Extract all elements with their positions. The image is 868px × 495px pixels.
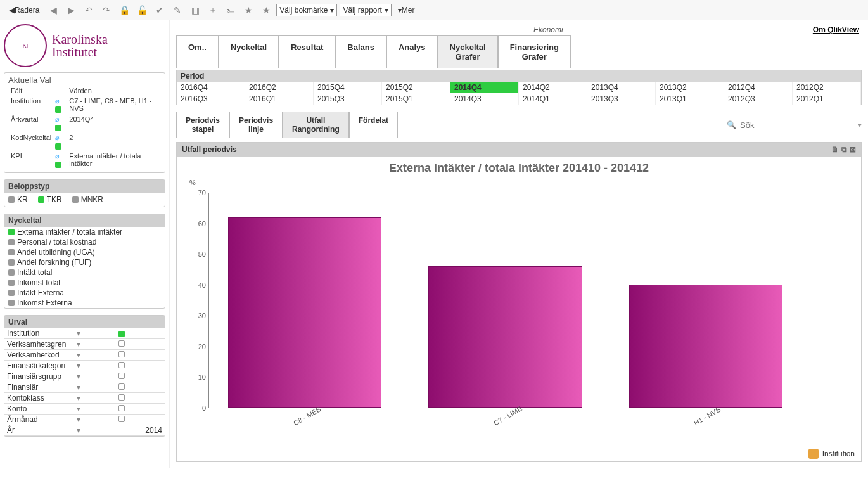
period-cell[interactable]: 2014Q4 bbox=[450, 82, 519, 93]
search-icon[interactable]: 🔍 bbox=[727, 120, 736, 129]
period-section: Period 2016Q42016Q22015Q42015Q22014Q4201… bbox=[176, 70, 862, 105]
beloppstyp-option[interactable]: TKR bbox=[38, 195, 62, 204]
tag-icon[interactable]: 🏷 bbox=[223, 3, 238, 18]
urval-row[interactable]: Institution▾ bbox=[4, 328, 165, 339]
chart-bar[interactable] bbox=[228, 217, 381, 408]
urval-checkbox[interactable] bbox=[80, 394, 162, 402]
period-cell[interactable]: 2013Q1 bbox=[656, 93, 724, 105]
nyckeltal-item[interactable]: Personal / total kostnad bbox=[4, 237, 165, 247]
period-cell[interactable]: 2012Q4 bbox=[724, 82, 793, 93]
urval-checkbox[interactable] bbox=[80, 404, 162, 413]
tab-nyckeltal-grafer[interactable]: NyckeltalGrafer bbox=[438, 35, 498, 68]
forward-icon[interactable]: ▶ bbox=[63, 3, 79, 18]
period-cell[interactable]: 2016Q1 bbox=[245, 93, 314, 105]
beloppstyp-option[interactable]: MNKR bbox=[72, 195, 103, 204]
chevron-down-icon[interactable]: ▾ bbox=[858, 120, 862, 129]
export-icon[interactable]: 🗎 bbox=[831, 145, 839, 154]
subtab[interactable]: Fördelat bbox=[349, 112, 398, 138]
nyckeltal-item[interactable]: Externa intäkter / totala intäkter bbox=[4, 227, 165, 237]
tab-nyckeltal[interactable]: Nyckeltal bbox=[219, 35, 279, 68]
urval-value: 2014 bbox=[80, 426, 162, 435]
unlock-icon[interactable]: 🔓 bbox=[134, 3, 150, 18]
om-qlikview-link[interactable]: Om QlikView bbox=[813, 25, 859, 34]
clear-icon[interactable]: ⌀ bbox=[55, 134, 60, 141]
nyckeltal-item[interactable]: Inkomst Externa bbox=[4, 298, 165, 308]
subtab[interactable]: UtfallRangordning bbox=[283, 112, 349, 138]
clear-icon[interactable]: ⌀ bbox=[55, 115, 60, 123]
urval-row[interactable]: Årmånad▾ bbox=[4, 415, 165, 425]
search-input[interactable] bbox=[740, 120, 854, 130]
urval-row[interactable]: Finansiärkategori▾ bbox=[4, 361, 165, 371]
urval-checkbox[interactable] bbox=[80, 383, 162, 392]
urval-row[interactable]: Konto▾ bbox=[4, 404, 165, 415]
urval-checkbox[interactable] bbox=[80, 372, 162, 381]
period-cell[interactable]: 2012Q1 bbox=[793, 93, 861, 105]
bookmark-select[interactable]: Välj bokmärke ▾ bbox=[276, 4, 337, 16]
tab-om-[interactable]: Om.. bbox=[176, 35, 219, 68]
period-cell[interactable]: 2014Q2 bbox=[519, 82, 587, 93]
radera-button[interactable]: ◀ Radera bbox=[5, 3, 43, 18]
period-cell[interactable]: 2013Q4 bbox=[587, 82, 656, 93]
tab-analys[interactable]: Analys bbox=[386, 35, 438, 68]
chart-icon[interactable]: ▥ bbox=[188, 3, 203, 18]
clear-icon[interactable]: ⌀ bbox=[55, 97, 60, 105]
period-cell[interactable]: 2015Q2 bbox=[382, 82, 450, 93]
period-cell[interactable]: 2016Q2 bbox=[245, 82, 314, 93]
nyckeltal-item[interactable]: Andel forskning (FUF) bbox=[4, 257, 165, 267]
urval-checkbox[interactable] bbox=[80, 350, 162, 359]
urval-row[interactable]: Verksamhetsgren▾ bbox=[4, 339, 165, 350]
urval-row[interactable]: Finansiär▾ bbox=[4, 382, 165, 393]
tab-resultat[interactable]: Resultat bbox=[279, 35, 335, 68]
urval-checkbox[interactable] bbox=[80, 415, 162, 424]
period-cell[interactable]: 2013Q3 bbox=[587, 93, 656, 105]
period-cell[interactable]: 2015Q1 bbox=[382, 93, 450, 105]
report-select[interactable]: Välj rapport ▾ bbox=[340, 4, 391, 16]
period-cell[interactable]: 2014Q3 bbox=[450, 93, 519, 105]
chart-bar[interactable] bbox=[428, 266, 582, 408]
close-icon[interactable]: ⊠ bbox=[850, 145, 856, 154]
urval-row[interactable]: Finansiärsgrupp▾ bbox=[4, 371, 165, 382]
period-cell[interactable]: 2015Q3 bbox=[314, 93, 382, 105]
period-cell[interactable]: 2012Q2 bbox=[793, 82, 861, 93]
check-icon[interactable]: ✔ bbox=[152, 3, 167, 18]
beloppstyp-option[interactable]: KR bbox=[8, 195, 28, 204]
urval-label: Finansiär bbox=[7, 383, 77, 392]
undo-icon[interactable]: ↶ bbox=[81, 3, 96, 18]
lock-icon[interactable]: 🔒 bbox=[117, 3, 132, 18]
nyckeltal-item[interactable]: Intäkt total bbox=[4, 267, 165, 278]
period-cell[interactable]: 2012Q3 bbox=[724, 93, 793, 105]
period-cell[interactable]: 2014Q1 bbox=[519, 93, 587, 105]
urval-checkbox[interactable] bbox=[80, 361, 162, 370]
clear-icon[interactable]: ⌀ bbox=[55, 152, 60, 160]
bookmark-select-label: Välj bokmärke bbox=[279, 6, 328, 15]
nyckeltal-label: Personal / total kostnad bbox=[17, 238, 96, 247]
urval-checkbox[interactable] bbox=[80, 329, 162, 338]
subtab[interactable]: Periodvislinje bbox=[229, 112, 283, 138]
nyckeltal-item[interactable]: Andel utbildning (UGA) bbox=[4, 247, 165, 257]
tab-finansiering-grafer[interactable]: FinansieringGrafer bbox=[498, 35, 571, 68]
popout-icon[interactable]: ⧉ bbox=[841, 145, 847, 154]
nyckeltal-item[interactable]: Intäkt Externa bbox=[4, 288, 165, 298]
urval-row[interactable]: Verksamhetkod▾ bbox=[4, 350, 165, 361]
star-add-icon[interactable]: ★ bbox=[258, 3, 274, 18]
back-icon[interactable]: ◀ bbox=[46, 3, 61, 18]
star-icon[interactable]: ★ bbox=[241, 3, 256, 18]
urval-row[interactable]: Kontoklass▾ bbox=[4, 393, 165, 404]
chart-bar[interactable] bbox=[629, 285, 782, 408]
period-cell[interactable]: 2013Q2 bbox=[656, 82, 724, 93]
mer-button[interactable]: ▾ Mer bbox=[394, 3, 419, 18]
chart-panel: Utfall periodvis 🗎 ⧉ ⊠ Externa intäkter … bbox=[176, 142, 862, 462]
checkbox-icon bbox=[8, 300, 15, 306]
urval-row[interactable]: År▾2014 bbox=[4, 425, 165, 436]
period-cell[interactable]: 2015Q4 bbox=[314, 82, 382, 93]
period-cell[interactable]: 2016Q3 bbox=[177, 93, 245, 105]
subtab[interactable]: Periodvisstapel bbox=[176, 112, 229, 138]
period-cell[interactable]: 2016Q4 bbox=[177, 82, 245, 93]
tab-balans[interactable]: Balans bbox=[335, 35, 386, 68]
edit-icon[interactable]: ✎ bbox=[170, 3, 185, 18]
x-tick-label: C8 - MEB bbox=[292, 405, 322, 427]
nyckeltal-item[interactable]: Inkomst total bbox=[4, 278, 165, 288]
plus-icon[interactable]: ＋ bbox=[205, 3, 220, 18]
redo-icon[interactable]: ↷ bbox=[99, 3, 114, 18]
urval-checkbox[interactable] bbox=[80, 340, 162, 349]
